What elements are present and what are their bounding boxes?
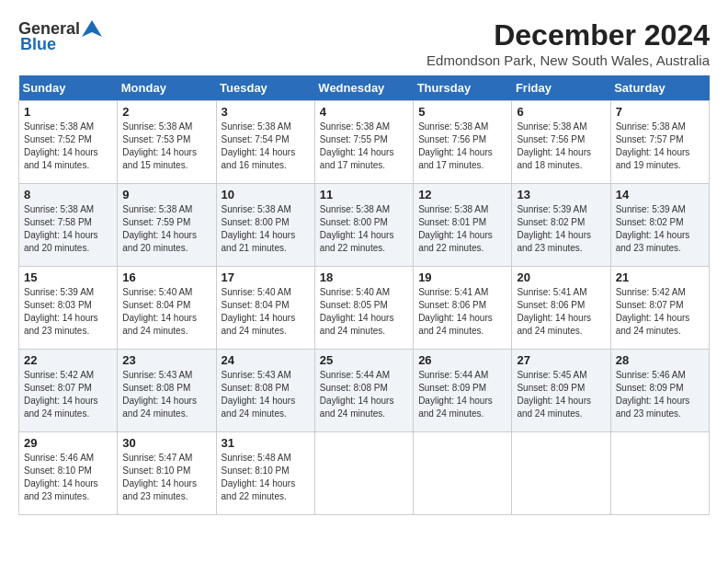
table-row: 1Sunrise: 5:38 AMSunset: 7:52 PMDaylight… — [19, 101, 118, 184]
table-row: 5Sunrise: 5:38 AMSunset: 7:56 PMDaylight… — [414, 101, 512, 184]
page-header: General Blue December 2024 Edmondson Par… — [18, 18, 710, 68]
logo-bird-icon — [82, 18, 102, 39]
table-row: 14Sunrise: 5:39 AMSunset: 8:02 PMDayligh… — [610, 184, 709, 267]
table-row: 25Sunrise: 5:44 AMSunset: 8:08 PMDayligh… — [314, 350, 413, 432]
header-thursday: Thursday — [414, 75, 512, 101]
title-area: December 2024 Edmondson Park, New South … — [427, 18, 710, 68]
table-row — [512, 432, 610, 515]
logo-blue-text: Blue — [20, 35, 56, 54]
header-saturday: Saturday — [610, 75, 709, 101]
table-row: 9Sunrise: 5:38 AMSunset: 7:59 PMDaylight… — [118, 184, 216, 267]
header-friday: Friday — [512, 75, 610, 101]
table-row: 7Sunrise: 5:38 AMSunset: 7:57 PMDaylight… — [610, 101, 709, 184]
table-row: 4Sunrise: 5:38 AMSunset: 7:55 PMDaylight… — [314, 101, 413, 184]
table-row: 12Sunrise: 5:38 AMSunset: 8:01 PMDayligh… — [414, 184, 512, 267]
table-row — [414, 432, 512, 515]
header-monday: Monday — [118, 75, 216, 101]
logo: General Blue — [18, 18, 102, 54]
table-row: 15Sunrise: 5:39 AMSunset: 8:03 PMDayligh… — [19, 267, 118, 350]
table-row: 23Sunrise: 5:43 AMSunset: 8:08 PMDayligh… — [118, 350, 216, 432]
header-wednesday: Wednesday — [314, 75, 413, 101]
table-row: 27Sunrise: 5:45 AMSunset: 8:09 PMDayligh… — [512, 350, 610, 432]
table-row: 26Sunrise: 5:44 AMSunset: 8:09 PMDayligh… — [414, 350, 512, 432]
table-row: 16Sunrise: 5:40 AMSunset: 8:04 PMDayligh… — [118, 267, 216, 350]
table-row: 8Sunrise: 5:38 AMSunset: 7:58 PMDaylight… — [19, 184, 118, 267]
table-row: 31Sunrise: 5:48 AMSunset: 8:10 PMDayligh… — [216, 432, 314, 515]
table-row: 6Sunrise: 5:38 AMSunset: 7:56 PMDaylight… — [512, 101, 610, 184]
table-row: 11Sunrise: 5:38 AMSunset: 8:00 PMDayligh… — [314, 184, 413, 267]
table-row: 2Sunrise: 5:38 AMSunset: 7:53 PMDaylight… — [118, 101, 216, 184]
table-row: 3Sunrise: 5:38 AMSunset: 7:54 PMDaylight… — [216, 101, 314, 184]
table-row: 21Sunrise: 5:42 AMSunset: 8:07 PMDayligh… — [610, 267, 709, 350]
location-title: Edmondson Park, New South Wales, Austral… — [427, 52, 710, 68]
calendar-table: Sunday Monday Tuesday Wednesday Thursday… — [18, 75, 710, 515]
header-tuesday: Tuesday — [216, 75, 314, 101]
table-row: 24Sunrise: 5:43 AMSunset: 8:08 PMDayligh… — [216, 350, 314, 432]
table-row: 28Sunrise: 5:46 AMSunset: 8:09 PMDayligh… — [610, 350, 709, 432]
table-row: 29Sunrise: 5:46 AMSunset: 8:10 PMDayligh… — [19, 432, 118, 515]
table-row: 18Sunrise: 5:40 AMSunset: 8:05 PMDayligh… — [314, 267, 413, 350]
header-sunday: Sunday — [19, 75, 118, 101]
table-row: 17Sunrise: 5:40 AMSunset: 8:04 PMDayligh… — [216, 267, 314, 350]
table-row: 13Sunrise: 5:39 AMSunset: 8:02 PMDayligh… — [512, 184, 610, 267]
table-row — [314, 432, 413, 515]
month-title: December 2024 — [427, 18, 710, 52]
table-row: 20Sunrise: 5:41 AMSunset: 8:06 PMDayligh… — [512, 267, 610, 350]
table-row: 22Sunrise: 5:42 AMSunset: 8:07 PMDayligh… — [19, 350, 118, 432]
table-row: 19Sunrise: 5:41 AMSunset: 8:06 PMDayligh… — [414, 267, 512, 350]
calendar-header-row: Sunday Monday Tuesday Wednesday Thursday… — [19, 75, 710, 101]
table-row: 10Sunrise: 5:38 AMSunset: 8:00 PMDayligh… — [216, 184, 314, 267]
svg-marker-0 — [82, 20, 102, 37]
table-row — [610, 432, 709, 515]
table-row: 30Sunrise: 5:47 AMSunset: 8:10 PMDayligh… — [118, 432, 216, 515]
